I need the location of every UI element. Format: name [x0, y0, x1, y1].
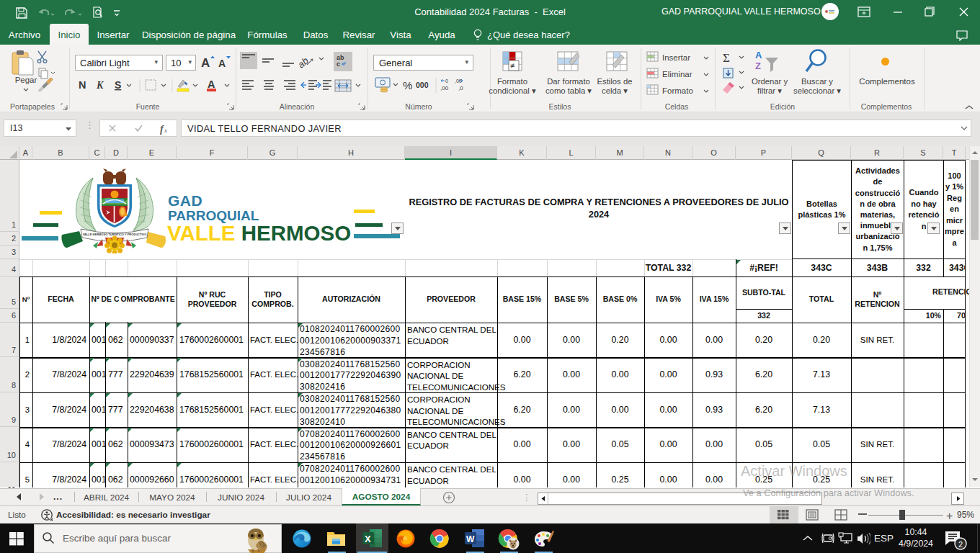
svg-text:%: %: [403, 79, 412, 91]
svg-text:A: A: [755, 50, 762, 60]
svg-text:N: N: [79, 79, 86, 91]
svg-text:≠: ≠: [510, 61, 514, 70]
svg-text:VALLE HERMOSO TURÍSTICO Y PROD: VALLE HERMOSO TURÍSTICO Y PRODUCTIVO: [83, 233, 147, 236]
svg-text:,0: ,0: [458, 85, 463, 91]
svg-text:c: c: [337, 60, 340, 68]
svg-text:2: 2: [958, 540, 963, 549]
svg-text:x: x: [164, 127, 167, 134]
svg-text:A: A: [201, 56, 210, 70]
svg-text:,00: ,00: [440, 85, 449, 91]
svg-text:0: 0: [445, 78, 448, 84]
svg-text:A: A: [208, 78, 215, 90]
svg-text:Σ: Σ: [723, 51, 730, 65]
svg-text:,00: ,00: [455, 78, 462, 84]
svg-text:S: S: [115, 79, 121, 91]
svg-text:K: K: [96, 80, 104, 91]
svg-text:000: 000: [416, 81, 429, 89]
svg-text:W: W: [466, 534, 475, 544]
svg-text:Z: Z: [755, 60, 761, 71]
svg-text:X: X: [365, 534, 371, 544]
svg-text:ab: ab: [295, 55, 311, 70]
svg-text:A: A: [218, 58, 226, 69]
